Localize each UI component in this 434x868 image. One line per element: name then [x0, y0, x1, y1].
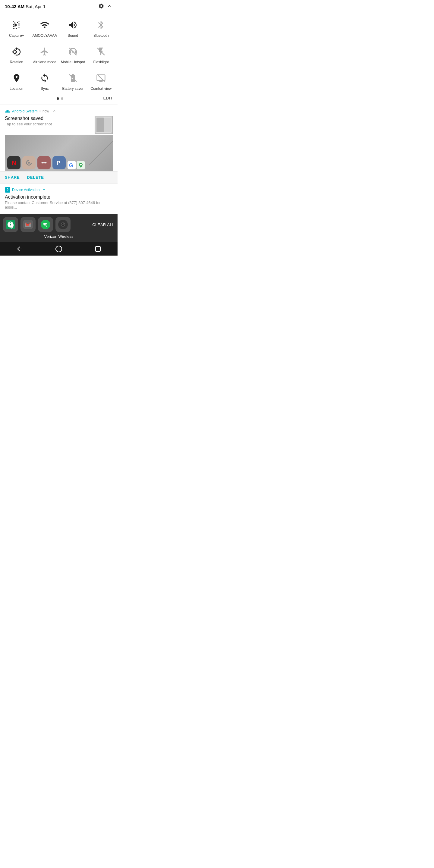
notif2-body: Please contact Customer Service at (877)… [5, 200, 113, 210]
qs-sync[interactable]: Sync [31, 67, 59, 94]
page-indicators [57, 95, 63, 101]
bluetooth-off-icon [94, 19, 107, 32]
svg-rect-33 [96, 247, 100, 251]
quick-settings-grid: Capture+ AMOOLYAAAA Sound [0, 14, 118, 94]
dot-2 [61, 97, 63, 100]
qs-sound[interactable]: Sound [59, 14, 87, 41]
bottom-bar: M CLEAR ALL [0, 214, 118, 234]
qs-airplane-label: Airplane mode [33, 60, 56, 64]
notif2-header: ? Device Activation [5, 187, 113, 193]
qs-comfort-view-label: Comfort view [90, 87, 112, 91]
time-display: 10:42 AM [5, 4, 24, 9]
svg-rect-7 [104, 118, 111, 132]
screenshot-preview[interactable]: N [5, 135, 113, 171]
quick-settings-panel: Capture+ AMOOLYAAAA Sound [0, 12, 118, 104]
notification-android-system[interactable]: Android System • now Screenshot saved Ta… [0, 105, 118, 171]
notif-header-android: Android System • now [5, 108, 113, 114]
status-bar: 10:42 AM Sat, Apr 1 [0, 0, 118, 12]
qs-sound-label: Sound [67, 33, 78, 38]
android-system-icon [5, 108, 10, 114]
wifi-icon [38, 19, 51, 32]
svg-point-21 [80, 164, 82, 165]
nav-bar [0, 242, 118, 255]
qs-battery-saver[interactable]: Battery saver [59, 67, 87, 94]
qs-location-label: Location [10, 87, 23, 91]
home-button[interactable] [55, 245, 62, 253]
spotify-icon[interactable] [38, 217, 53, 232]
dot-1 [57, 97, 59, 100]
svg-point-31 [64, 223, 64, 224]
sync-icon [38, 71, 51, 85]
status-icons [98, 3, 113, 10]
collapse-icon[interactable] [107, 3, 113, 10]
qs-capture-plus[interactable]: Capture+ [2, 14, 31, 41]
notif-title: Screenshot saved [5, 116, 92, 121]
qs-wifi[interactable]: AMOOLYAAAA [31, 14, 59, 41]
camera-icon[interactable] [56, 217, 70, 232]
notif-time: now [42, 109, 49, 113]
svg-text:N: N [12, 159, 16, 166]
qs-location[interactable]: Location [2, 67, 31, 94]
svg-text:P: P [57, 160, 60, 166]
svg-point-14 [43, 162, 45, 164]
hangouts-icon[interactable] [3, 217, 18, 232]
date-display: Sat, Apr 1 [26, 4, 45, 9]
qs-capture-plus-label: Capture+ [9, 33, 24, 38]
qs-rotation[interactable]: Rotation [2, 41, 31, 67]
qs-sync-label: Sync [41, 87, 49, 91]
sound-icon [66, 19, 80, 32]
airplane-off-icon [38, 45, 51, 58]
qs-airplane[interactable]: Airplane mode [31, 41, 59, 67]
clear-all-button[interactable]: CLEAR ALL [92, 222, 115, 227]
edit-button[interactable]: EDIT [103, 96, 113, 100]
gear-icon[interactable] [98, 3, 104, 10]
notification-actions: SHARE DELETE [0, 171, 118, 183]
svg-point-32 [56, 246, 62, 252]
qs-comfort-view[interactable]: Comfort view [87, 67, 116, 94]
screenshot-thumbnail [95, 116, 113, 134]
flashlight-off-icon [94, 45, 107, 58]
delete-button[interactable]: DELETE [27, 175, 44, 180]
svg-text:G: G [69, 162, 73, 168]
device-activation-icon: ? [5, 187, 10, 193]
notif2-title: Activation incomplete [5, 194, 113, 200]
qs-battery-saver-label: Battery saver [62, 87, 84, 91]
qs-bluetooth[interactable]: Bluetooth [87, 14, 116, 41]
comfort-view-off-icon [94, 71, 107, 85]
location-icon [10, 71, 23, 85]
svg-text:M: M [26, 223, 29, 227]
qs-flashlight[interactable]: Flashlight [87, 41, 116, 67]
status-time-date: 10:42 AM Sat, Apr 1 [5, 4, 45, 9]
svg-point-13 [41, 162, 43, 164]
rotation-icon [10, 45, 23, 58]
gmail-icon[interactable]: M [21, 217, 36, 232]
notif2-expand-icon [42, 187, 46, 193]
recent-button[interactable] [94, 245, 101, 253]
battery-saver-off-icon [66, 71, 80, 85]
qs-flashlight-label: Flashlight [93, 60, 109, 64]
hotspot-off-icon [66, 45, 80, 58]
qs-hotspot[interactable]: Mobile Hotspot [59, 41, 87, 67]
notification-device-activation[interactable]: ? Device Activation Activation incomplet… [0, 183, 118, 214]
back-button[interactable] [16, 245, 23, 253]
carrier-label: Verizon Wireless [44, 234, 73, 239]
notif-body: Tap to see your screenshot [5, 122, 92, 126]
svg-point-15 [45, 162, 47, 164]
svg-rect-6 [96, 118, 104, 132]
share-button[interactable]: SHARE [5, 175, 20, 180]
notif2-app-name: Device Activation [12, 188, 39, 192]
bottom-app-icons: M [3, 217, 70, 232]
capture-icon [10, 19, 23, 32]
notif-expand-icon [52, 109, 56, 114]
qs-wifi-label: AMOOLYAAAA [32, 33, 57, 38]
qs-bluetooth-label: Bluetooth [93, 33, 109, 38]
carrier-label-row: Verizon Wireless [0, 234, 118, 242]
svg-rect-22 [6, 220, 16, 229]
notif-app-name: Android System [12, 109, 38, 113]
qs-rotation-label: Rotation [10, 60, 23, 64]
svg-point-11 [28, 162, 30, 164]
qs-hotspot-label: Mobile Hotspot [61, 60, 85, 64]
